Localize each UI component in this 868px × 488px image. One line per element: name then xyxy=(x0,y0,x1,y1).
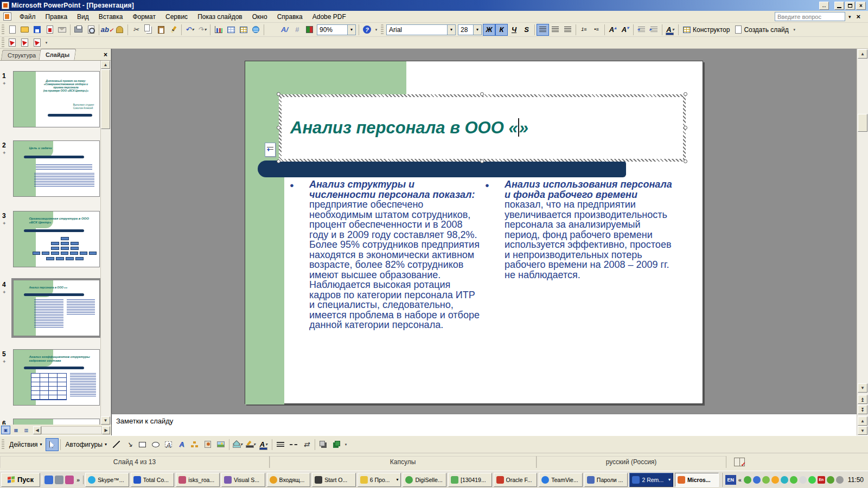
design-button[interactable]: Конструктор xyxy=(680,24,732,36)
bullet-item-left[interactable]: ● Анализ структуры и численности персона… xyxy=(290,179,480,330)
selection-handle-5[interactable] xyxy=(277,159,280,163)
panel-hscroll-track[interactable] xyxy=(41,426,102,434)
pdf-toolbar-options-icon[interactable]: ▾ xyxy=(43,37,49,48)
quick-launch-icon-3[interactable] xyxy=(65,476,74,484)
animation-star-icon[interactable]: ✦ xyxy=(2,150,7,156)
bold-button[interactable]: Ж xyxy=(483,24,495,36)
taskbar-group-dropdown-icon[interactable]: ▾ xyxy=(668,477,671,482)
standard-toolbar-options-icon[interactable]: ▾ xyxy=(373,24,379,35)
notes-pane[interactable]: Заметки к слайду xyxy=(111,414,857,435)
status-language[interactable]: русский (Россия) xyxy=(537,456,726,468)
draw-arrow-button[interactable]: ↘ xyxy=(123,438,136,451)
bullet-item-right[interactable]: ● Анализ использования персонала и фонда… xyxy=(485,179,675,280)
arrow-style-button[interactable]: ⇄ xyxy=(300,438,313,451)
line-color-button[interactable]: ▾ xyxy=(244,438,257,451)
text-box-button[interactable]: A xyxy=(162,438,175,451)
question-dropdown-icon[interactable]: ▾ xyxy=(848,14,851,20)
messenger-tray-icon[interactable] xyxy=(781,476,788,484)
align-right-button[interactable] xyxy=(561,24,574,36)
start-button[interactable]: Пуск xyxy=(1,473,40,487)
clock-tray-icon[interactable] xyxy=(771,476,779,484)
animation-star-icon[interactable]: ✦ xyxy=(2,81,7,86)
formatting-toolbar-grip[interactable] xyxy=(381,24,384,35)
menu-вид[interactable]: Вид xyxy=(72,11,94,22)
taskbar-button-пароли-[interactable]: Пароли ... xyxy=(584,473,628,487)
green-globe-tray-icon[interactable] xyxy=(827,476,834,484)
insert-picture-button[interactable] xyxy=(214,438,227,451)
taskbar-button-isks_roa-[interactable]: isks_roa... xyxy=(176,473,220,487)
network-tray-icon[interactable] xyxy=(753,476,761,484)
thumbnail-slide-preview[interactable]: Организационная структура в ООО «ВСК Цен… xyxy=(13,211,100,267)
expand-all-button[interactable] xyxy=(266,24,278,36)
decrease-indent-button[interactable] xyxy=(635,24,648,36)
previous-slide-button[interactable]: ▲▲ xyxy=(858,395,867,404)
language-indicator[interactable]: EN xyxy=(725,475,736,485)
taskbar-button-skype-[interactable]: Skype™... xyxy=(85,473,129,487)
notes-scroll-up-icon[interactable]: ▲ xyxy=(858,416,867,426)
autoshapes-menu[interactable]: Автофигуры▾ xyxy=(62,438,110,451)
decrease-font-button[interactable]: A xyxy=(619,24,631,36)
animation-star-icon[interactable]: ✦ xyxy=(2,359,7,364)
draw-oval-button[interactable] xyxy=(149,438,162,451)
convert-to-pdf-review-button[interactable] xyxy=(31,37,43,49)
taskbar-button-2-rem-[interactable]: 2 Rem...▾ xyxy=(629,473,673,487)
spelling-status-icon[interactable] xyxy=(734,458,745,466)
draw-line-button[interactable] xyxy=(110,438,123,451)
ask-question-input[interactable]: Введите вопрос xyxy=(775,12,845,21)
arrow-tray-icon[interactable] xyxy=(799,476,807,484)
status-template-name[interactable]: Капсулы xyxy=(270,456,537,468)
selection-handle-2[interactable] xyxy=(684,92,687,96)
increase-font-button[interactable]: A xyxy=(607,24,619,36)
selection-handle-6[interactable] xyxy=(480,159,484,163)
taskbar-button-teamvie-[interactable]: TeamVie... xyxy=(539,473,583,487)
spelling-button[interactable]: ab xyxy=(101,24,113,36)
robot-tray-icon[interactable] xyxy=(808,476,816,484)
clipart-button[interactable] xyxy=(201,438,214,451)
panel-hscroll-left-icon[interactable]: ◀ xyxy=(33,426,41,434)
research-button[interactable] xyxy=(113,24,126,36)
menubar-close-icon[interactable]: × xyxy=(854,12,863,21)
taskbar-button-digiselle-[interactable]: DigiSelle... xyxy=(403,473,446,487)
animation-star-icon[interactable]: ✦ xyxy=(2,221,7,226)
taskbar-button-oracle-f-[interactable]: Oracle F... xyxy=(494,473,538,487)
animation-star-icon[interactable]: ✦ xyxy=(2,290,7,295)
selection-handle-1[interactable] xyxy=(480,92,484,96)
taskbar-group-dropdown-icon[interactable]: ▾ xyxy=(396,477,398,482)
panel-hscroll-right-icon[interactable]: ▶ xyxy=(102,426,110,434)
menu-окно[interactable]: Окно xyxy=(247,11,272,22)
font-name-combobox[interactable]: Arial ▾ xyxy=(386,24,456,35)
normal-view-button[interactable]: ▣ xyxy=(1,426,10,434)
numbered-list-button[interactable]: 1≡ xyxy=(578,24,590,36)
title-placeholder[interactable]: Анализ персонала в ООО «» xyxy=(282,97,683,159)
slide-sorter-view-button[interactable]: ▦ xyxy=(11,426,21,434)
convert-to-pdf-button[interactable] xyxy=(6,37,18,49)
panel-scroll-thumb[interactable] xyxy=(101,69,110,129)
font-name-dropdown-icon[interactable]: ▾ xyxy=(447,25,455,35)
selection-handle-3[interactable] xyxy=(277,126,280,130)
panel-scroll-down-icon[interactable]: ▼ xyxy=(101,416,110,425)
minimize-button[interactable] xyxy=(834,2,844,10)
taskbar-button-total-co-[interactable]: Total Co... xyxy=(131,473,175,487)
taskbar-button-micros-[interactable]: Micros... xyxy=(675,473,719,487)
print-button[interactable] xyxy=(72,24,85,36)
green-utility-tray-icon[interactable] xyxy=(762,476,770,484)
scroll-up-icon[interactable]: ▲ xyxy=(858,49,867,59)
bulleted-list-button[interactable]: •≡ xyxy=(590,24,603,36)
diagram-button[interactable] xyxy=(188,438,201,451)
slideshow-view-button[interactable]: ▥ xyxy=(22,426,31,434)
insert-hyperlink-button[interactable] xyxy=(250,24,262,36)
thumbnail-slide-preview[interactable]: Дипломный проект на тему:«Совершенствова… xyxy=(13,71,100,127)
3d-style-button[interactable] xyxy=(330,438,343,451)
shadow-style-button[interactable] xyxy=(317,438,330,451)
zoom-dropdown-icon[interactable]: ▾ xyxy=(347,25,355,35)
editor-scrollbar[interactable]: ▲ ▼ ▲▲ ▼▼ ▲ ▼ xyxy=(857,49,868,435)
panel-scrollbar[interactable]: ▲ ▼ xyxy=(100,61,111,425)
thumbnail-slide-preview[interactable]: Анализ персонала в ООО «» xyxy=(13,280,100,336)
resize-window-button[interactable]: ↔ xyxy=(819,2,829,10)
menu-вставка[interactable]: Вставка xyxy=(94,11,128,22)
close-button[interactable]: × xyxy=(856,2,866,10)
grid-button[interactable]: # xyxy=(291,24,303,36)
color-schemes-button[interactable] xyxy=(303,24,316,36)
quick-launch-icon-1[interactable] xyxy=(44,476,53,484)
draw-actions-menu[interactable]: Действия▾ xyxy=(6,438,46,451)
